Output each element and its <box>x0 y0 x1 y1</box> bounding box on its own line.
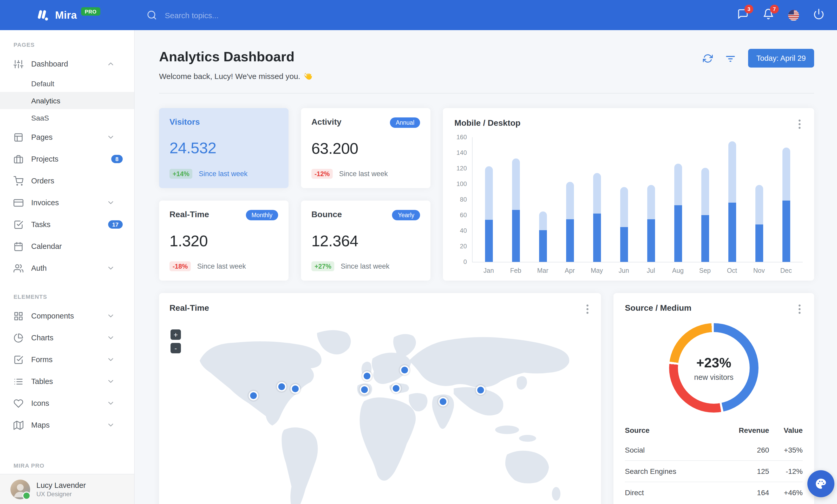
language-flag-us-icon[interactable] <box>788 10 799 20</box>
filter-button[interactable] <box>725 53 736 63</box>
map-marker[interactable] <box>276 380 288 393</box>
top-navbar: Mira PRO 3 7 <box>0 0 837 30</box>
x-tick-label: Apr <box>556 267 583 274</box>
bar-feb <box>503 158 530 262</box>
count-badge: 17 <box>108 220 123 229</box>
map-marker[interactable] <box>390 382 402 394</box>
chevron-down-icon <box>107 133 115 141</box>
sidebar-item-projects[interactable]: Projects8 <box>0 148 134 170</box>
sidebar-item-maps[interactable]: Maps <box>0 414 134 436</box>
mobile-bar-segment <box>620 227 628 262</box>
refresh-button[interactable] <box>703 53 713 63</box>
chevron-down-icon <box>107 377 115 386</box>
desktop-bar-segment <box>701 168 709 215</box>
y-tick-label: 120 <box>457 165 467 172</box>
stat-card-bounce: BounceYearly12.364+27%Since last week <box>301 201 430 281</box>
search-icon <box>147 10 157 20</box>
stat-title: Activity <box>311 117 341 127</box>
theme-settings-fab[interactable] <box>807 470 834 497</box>
sidebar-item-invoices[interactable]: Invoices <box>0 192 134 213</box>
page-header: Analytics Dashboard Welcome back, Lucy! … <box>159 49 814 80</box>
sidebar-subitem-analytics[interactable]: Analytics <box>0 92 134 109</box>
briefcase-icon <box>14 154 23 164</box>
sidebar-item-tables[interactable]: Tables <box>0 371 134 392</box>
desktop-bar-segment <box>485 166 493 220</box>
map-zoom-out-button[interactable]: - <box>171 343 181 353</box>
table-row-social: Social260+35% <box>625 440 803 461</box>
world-map-svg <box>170 318 588 504</box>
kebab-menu-icon[interactable] <box>797 303 803 315</box>
waving-hand-icon <box>303 72 312 80</box>
map-marker[interactable] <box>399 364 411 376</box>
map-marker[interactable] <box>247 390 260 402</box>
sidebar-item-orders[interactable]: Orders <box>0 170 134 192</box>
bar-mar <box>530 211 557 262</box>
search-input[interactable] <box>164 10 291 20</box>
kebab-menu-icon[interactable] <box>797 118 803 130</box>
analytics-dashboard-app: Mira PRO 3 7 PAGESDashboardDefaul <box>0 0 837 504</box>
source-table: Source Revenue Value Social260+35%Search… <box>625 422 803 503</box>
sidebar-item-auth[interactable]: Auth <box>0 257 134 279</box>
brand[interactable]: Mira PRO <box>0 8 134 22</box>
sidebar-subitem-saas[interactable]: SaaS <box>0 109 134 126</box>
mobile-bar-segment <box>593 213 601 262</box>
cell-value: -12% <box>769 461 803 482</box>
sign-out-button[interactable] <box>813 8 824 22</box>
desktop-bar-segment <box>647 185 655 219</box>
x-tick-label: Feb <box>502 267 529 274</box>
map-title: Real-Time <box>170 303 209 313</box>
sidebar-item-components[interactable]: Components <box>0 305 134 327</box>
map-marker[interactable] <box>358 384 370 396</box>
sidebar-item-pages[interactable]: Pages <box>0 126 134 148</box>
mira-logo-icon <box>35 8 49 22</box>
sidebar-item-dashboard[interactable]: Dashboard <box>0 53 134 75</box>
bar-apr <box>557 182 584 262</box>
sidebar-subitem-default[interactable]: Default <box>0 75 134 92</box>
period-pill[interactable]: Yearly <box>392 210 420 220</box>
stat-note: Since last week <box>341 262 390 270</box>
map-marker[interactable] <box>289 383 301 395</box>
mobile-bar-segment <box>485 220 493 262</box>
map-marker[interactable] <box>361 370 373 382</box>
x-tick-label: Jan <box>475 267 502 274</box>
mobile-bar-segment <box>539 230 547 262</box>
y-tick-label: 20 <box>460 243 467 250</box>
users-icon <box>14 263 23 273</box>
sidebar-item-icons[interactable]: Icons <box>0 392 134 414</box>
mobile-bar-segment <box>674 205 682 262</box>
desktop-bar-segment <box>593 173 601 213</box>
stat-card-activity: ActivityAnnual63.200-12%Since last week <box>301 108 430 188</box>
period-pill[interactable]: Monthly <box>246 210 278 220</box>
col-source: Source <box>625 422 716 440</box>
header-divider <box>159 93 814 94</box>
x-tick-label: Sep <box>691 267 718 274</box>
mobile-bar-segment <box>701 215 709 262</box>
date-range-button[interactable]: Today: April 29 <box>748 49 814 68</box>
sidebar-section-mira-pro: MIRA PRO <box>0 451 134 474</box>
messages-button[interactable]: 3 <box>737 8 749 22</box>
sidebar-item-forms[interactable]: Forms <box>0 349 134 371</box>
bar-aug <box>665 164 692 262</box>
x-tick-label: Mar <box>529 267 556 274</box>
chevron-down-icon <box>107 199 115 207</box>
notifications-button[interactable]: 7 <box>763 8 774 22</box>
x-tick-label: Oct <box>718 267 746 274</box>
cell-source: Direct <box>625 482 716 503</box>
sidebar-item-charts[interactable]: Charts <box>0 327 134 349</box>
stat-title: Real-Time <box>170 210 209 219</box>
source-medium-card: Source / Medium +23% new visitors <box>613 293 814 504</box>
sidebar-user[interactable]: Lucy Lavender UX Designer <box>0 474 134 504</box>
shopping-cart-icon <box>14 176 23 186</box>
kebab-menu-icon[interactable] <box>584 303 591 315</box>
sidebar-item-calendar[interactable]: Calendar <box>0 236 134 257</box>
mobile-bar-segment <box>782 200 790 262</box>
map-zoom-in-button[interactable]: + <box>171 330 181 340</box>
map-marker[interactable] <box>475 384 486 396</box>
sidebar-item-tasks[interactable]: Tasks17 <box>0 213 134 236</box>
credit-card-icon <box>14 198 23 208</box>
mobile-bar-segment <box>566 219 574 262</box>
col-revenue: Revenue <box>716 422 769 440</box>
map-marker[interactable] <box>437 396 449 408</box>
period-pill[interactable]: Annual <box>390 117 420 128</box>
cell-value: +35% <box>769 440 803 461</box>
